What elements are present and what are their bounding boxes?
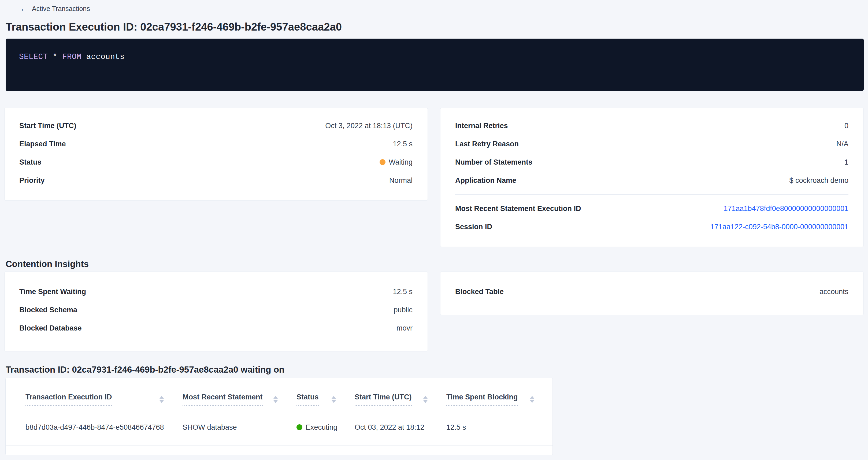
sql-table-name: accounts: [86, 53, 125, 61]
waiting-table: Transaction Execution ID Most Recent Sta…: [6, 378, 553, 446]
waiting-on-title: Transaction ID: 02ca7931-f246-469b-b2fe-…: [6, 364, 864, 375]
sql-star: *: [53, 53, 57, 61]
info-value: N/A: [836, 140, 848, 148]
info-row-time-spent-waiting: Time Spent Waiting 12.5 s: [19, 282, 412, 301]
back-link[interactable]: ← Active Transactions: [20, 4, 90, 13]
contention-card-left: Time Spent Waiting 12.5 s Blocked Schema…: [4, 272, 428, 351]
cell-time-spent-blocking: 12.5 s: [446, 409, 553, 446]
sort-icon: [159, 396, 164, 403]
info-label: Session ID: [455, 223, 492, 231]
info-value: 12.5 s: [393, 140, 412, 148]
sort-icon: [273, 396, 278, 403]
info-value: public: [394, 306, 412, 314]
column-header-most-recent-statement[interactable]: Most Recent Statement: [183, 378, 297, 409]
column-header-label: Status: [297, 393, 319, 406]
info-row-blocked-table: Blocked Table accounts: [455, 282, 848, 301]
statement-execution-id-link[interactable]: 171aa1b478fdf0e80000000000000001: [724, 205, 849, 213]
info-label: Elapsed Time: [19, 140, 66, 148]
cell-start-time: Oct 03, 2022 at 18:12: [355, 409, 446, 446]
column-header-transaction-execution-id[interactable]: Transaction Execution ID: [6, 378, 183, 409]
contention-cards-row: Time Spent Waiting 12.5 s Blocked Schema…: [4, 272, 864, 351]
cell-transaction-execution-id: b8d7d03a-d497-446b-8474-e50846674768: [6, 409, 183, 446]
info-label: Blocked Schema: [19, 306, 77, 314]
info-label: Status: [19, 158, 41, 166]
info-label: Time Spent Waiting: [19, 288, 86, 296]
info-value: $ cockroach demo: [789, 176, 848, 185]
page-title: Transaction Execution ID: 02ca7931-f246-…: [6, 20, 864, 33]
cell-most-recent-statement: SHOW database: [183, 409, 297, 446]
info-label: Blocked Table: [455, 288, 504, 296]
column-header-label: Time Spent Blocking: [446, 393, 518, 406]
info-label: Start Time (UTC): [19, 122, 76, 130]
info-value: 0: [844, 122, 848, 130]
info-row-blocked-database: Blocked Database movr: [19, 319, 412, 337]
column-header-label: Most Recent Statement: [183, 393, 263, 406]
back-arrow-icon: ←: [20, 5, 28, 12]
session-id-link[interactable]: 171aa122-c092-54b8-0000-000000000001: [710, 223, 848, 231]
contention-card-right: Blocked Table accounts: [440, 272, 864, 315]
info-row-blocked-schema: Blocked Schema public: [19, 301, 412, 319]
sort-icon: [423, 396, 428, 403]
info-label: Application Name: [455, 176, 516, 185]
info-row-application-name: Application Name $ cockroach demo: [455, 171, 848, 189]
waiting-table-header-row: Transaction Execution ID Most Recent Sta…: [6, 378, 553, 409]
info-row-session-id: Session ID 171aa122-c092-54b8-0000-00000…: [455, 218, 848, 236]
waiting-status-dot-icon: [380, 159, 385, 165]
sql-statement-box: SELECT * FROM accounts: [6, 39, 864, 91]
column-header-status[interactable]: Status: [297, 378, 355, 409]
info-row-status: Status Waiting: [19, 153, 412, 171]
table-row: b8d7d03a-d497-446b-8474-e50846674768 SHO…: [6, 409, 553, 446]
info-row-elapsed-time: Elapsed Time 12.5 s: [19, 135, 412, 153]
info-row-statement-execution-id: Most Recent Statement Execution ID 171aa…: [455, 200, 848, 218]
waiting-table-card: Transaction Execution ID Most Recent Sta…: [5, 378, 553, 455]
info-value: Waiting: [380, 158, 412, 166]
info-value: 1: [844, 158, 848, 166]
info-row-number-of-statements: Number of Statements 1: [455, 153, 848, 171]
info-value: Oct 3, 2022 at 18:13 (UTC): [325, 122, 412, 130]
status-text: Executing: [306, 423, 338, 431]
executing-status-dot-icon: [297, 424, 302, 430]
info-label: Priority: [19, 176, 45, 185]
info-row-priority: Priority Normal: [19, 171, 412, 189]
summary-card-left: Start Time (UTC) Oct 3, 2022 at 18:13 (U…: [4, 108, 428, 201]
info-row-start-time: Start Time (UTC) Oct 3, 2022 at 18:13 (U…: [19, 117, 412, 135]
info-label: Blocked Database: [19, 324, 82, 332]
column-header-label: Transaction Execution ID: [26, 393, 112, 406]
info-label: Last Retry Reason: [455, 140, 519, 148]
status-text: Waiting: [389, 158, 412, 166]
column-header-time-spent-blocking[interactable]: Time Spent Blocking: [446, 378, 553, 409]
summary-cards-row: Start Time (UTC) Oct 3, 2022 at 18:13 (U…: [4, 108, 864, 247]
cell-status: Executing: [297, 409, 355, 446]
contention-insights-title: Contention Insights: [6, 259, 864, 269]
info-value: movr: [397, 324, 412, 332]
info-value: Normal: [389, 176, 412, 185]
info-label: Most Recent Statement Execution ID: [455, 205, 581, 213]
summary-card-right: Internal Retries 0 Last Retry Reason N/A…: [440, 108, 864, 247]
info-row-internal-retries: Internal Retries 0: [455, 117, 848, 135]
column-header-start-time[interactable]: Start Time (UTC): [355, 378, 446, 409]
transaction-details-page: ← Active Transactions Transaction Execut…: [0, 0, 868, 455]
info-value: 12.5 s: [393, 288, 412, 296]
column-header-label: Start Time (UTC): [355, 393, 412, 406]
back-link-label: Active Transactions: [32, 5, 90, 12]
card-divider: [455, 194, 848, 195]
info-label: Internal Retries: [455, 122, 508, 130]
sort-icon: [332, 396, 336, 403]
sort-icon: [530, 396, 534, 403]
info-label: Number of Statements: [455, 158, 532, 166]
sql-keyword-select: SELECT: [19, 53, 48, 61]
info-value: accounts: [819, 288, 848, 296]
sql-keyword-from: FROM: [62, 53, 82, 61]
info-row-last-retry-reason: Last Retry Reason N/A: [455, 135, 848, 153]
